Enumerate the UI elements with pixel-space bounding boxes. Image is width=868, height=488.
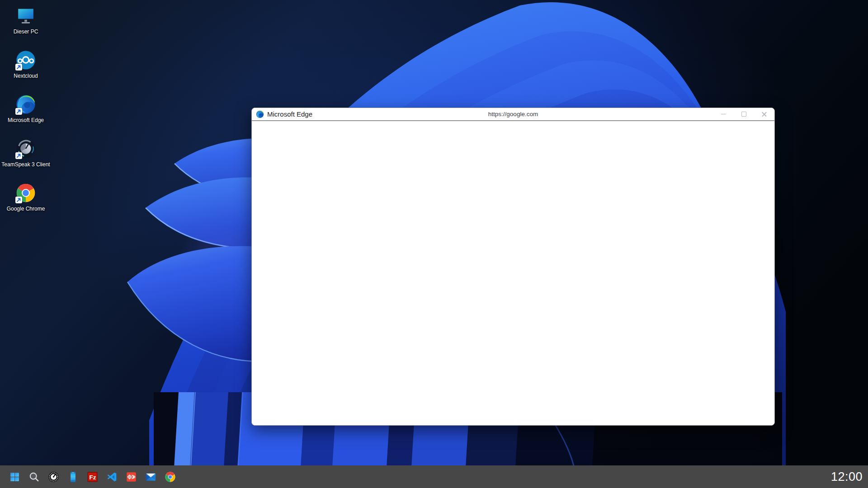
filezilla-icon: [87, 471, 98, 483]
shortcut-arrow-icon: [15, 197, 22, 203]
desktop-icon-teamspeak[interactable]: TeamSpeak 3 Client: [4, 136, 47, 175]
maximize-icon: [741, 112, 746, 117]
mail-icon: [145, 471, 156, 483]
diamond-arrows-app-button[interactable]: [122, 468, 140, 486]
this-pc-icon: [15, 5, 36, 26]
edge-logo-icon: [256, 110, 264, 118]
filezilla-button[interactable]: [83, 468, 101, 486]
chrome-icon: [165, 471, 176, 483]
browser-content: [252, 121, 774, 425]
search-icon: [28, 471, 40, 483]
search-button[interactable]: [25, 468, 43, 486]
windows-start-icon: [9, 471, 20, 483]
edge-icon: [15, 94, 36, 115]
phone-app-button[interactable]: [64, 468, 82, 486]
desktop-icon-label: Microsoft Edge: [8, 117, 44, 123]
phone-icon: [67, 471, 79, 483]
nextcloud-icon: [15, 50, 36, 70]
close-icon: [761, 111, 767, 117]
minimize-icon: [721, 114, 726, 115]
teamspeak-icon: [15, 138, 36, 159]
taskbar: 12:00: [0, 465, 868, 488]
window-app-group: Microsoft Edge: [256, 108, 312, 120]
vscode-button[interactable]: [103, 468, 121, 486]
shortcut-arrow-icon: [15, 152, 22, 159]
desktop-icon-nextcloud[interactable]: Nextcloud: [4, 47, 47, 87]
chrome-taskbar-button[interactable]: [161, 468, 179, 486]
desktop-icon-label: Dieser PC: [14, 28, 38, 35]
red-diamond-arrows-icon: [126, 471, 137, 483]
gauge-app-button[interactable]: [44, 468, 62, 486]
edge-window: Microsoft Edge https://google.com: [251, 108, 775, 426]
desktop-icon-dieser-pc[interactable]: Dieser PC: [4, 3, 47, 42]
shortcut-arrow-icon: [15, 64, 22, 70]
chrome-icon: [15, 183, 36, 203]
close-button[interactable]: [754, 108, 774, 120]
window-controls: [713, 108, 774, 120]
taskbar-clock[interactable]: 12:00: [831, 465, 863, 488]
shortcut-arrow-icon: [15, 108, 22, 115]
gauge-dial-icon: [48, 471, 59, 483]
desktop-icon-microsoft-edge[interactable]: Microsoft Edge: [4, 91, 47, 131]
window-title: Microsoft Edge: [267, 110, 312, 118]
desktop-icon-column: Dieser PC Nextcloud Microsoft Edge TeamS…: [4, 3, 47, 224]
desktop-icon-label: TeamSpeak 3 Client: [1, 161, 50, 168]
mail-app-button[interactable]: [142, 468, 160, 486]
desktop-icon-label: Nextcloud: [14, 73, 38, 79]
desktop-icon-google-chrome[interactable]: Google Chrome: [4, 180, 47, 220]
vscode-icon: [106, 471, 118, 483]
maximize-button[interactable]: [734, 108, 754, 120]
start-button[interactable]: [5, 468, 24, 486]
window-url-text: https://google.com: [488, 108, 538, 120]
minimize-button[interactable]: [713, 108, 734, 120]
window-titlebar[interactable]: Microsoft Edge https://google.com: [252, 108, 774, 121]
desktop-screen: Fz: [0, 0, 868, 488]
desktop-icon-label: Google Chrome: [7, 206, 45, 212]
